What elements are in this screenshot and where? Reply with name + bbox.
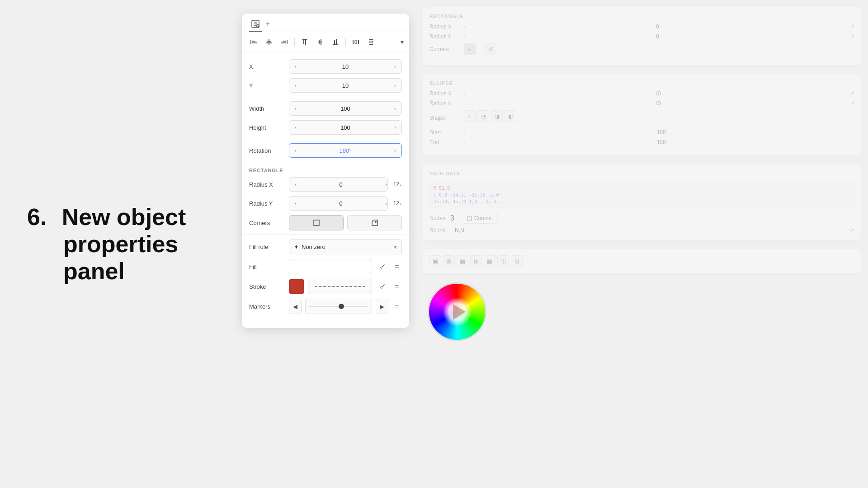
commit-button[interactable]: Commit: [462, 213, 498, 224]
width-input-group[interactable]: ‹ ›: [289, 101, 402, 116]
toolbar-chevron[interactable]: ▾: [401, 38, 404, 46]
x-input-group[interactable]: ‹ ›: [289, 59, 402, 74]
shape-pie-btn[interactable]: ◐: [505, 110, 516, 122]
y-row: Y ‹ ›: [242, 76, 409, 95]
align-center-h-button[interactable]: [263, 36, 275, 48]
markers-equal-icon[interactable]: =: [392, 301, 402, 311]
ellipse-radius-y-icon[interactable]: ⇗: [850, 100, 854, 107]
rect-radius-x-icon[interactable]: ⇗: [850, 23, 854, 30]
ellipse-radius-x-row: Radius X ‹ 10 ⇗: [429, 90, 854, 97]
svg-rect-8: [252, 42, 257, 43]
svg-rect-18: [318, 42, 322, 42]
layout-icon-1[interactable]: ▣: [429, 255, 441, 267]
rotation-decrement[interactable]: ‹: [289, 144, 302, 157]
fill-color-swatch[interactable]: [289, 259, 372, 274]
ellipse-end-decrement[interactable]: ‹: [464, 140, 465, 145]
distribute-v-button[interactable]: [365, 36, 377, 48]
y-value[interactable]: [302, 80, 389, 91]
layout-icon-5[interactable]: ▩: [484, 255, 495, 267]
radius-y-input-group[interactable]: ‹ ›: [289, 196, 388, 211]
rect-radius-y-icon[interactable]: ⇗: [850, 33, 854, 40]
width-value[interactable]: [302, 103, 389, 114]
rotation-value[interactable]: [302, 145, 389, 156]
stroke-equal-icon[interactable]: =: [392, 282, 402, 291]
fill-eyedropper-button[interactable]: [376, 260, 388, 273]
layout-icon-6[interactable]: ◫: [497, 255, 509, 267]
distribute-h-button[interactable]: [349, 36, 362, 48]
rect-corner-square-btn[interactable]: ⌐: [464, 43, 476, 55]
markers-right-button[interactable]: ▶: [376, 299, 388, 314]
x-decrement[interactable]: ‹: [289, 60, 302, 73]
rotation-input-group[interactable]: ‹ ›: [289, 143, 402, 158]
svg-rect-28: [369, 44, 373, 45]
markers-slider[interactable]: [305, 299, 372, 314]
height-decrement[interactable]: ‹: [289, 121, 302, 134]
fill-rule-select[interactable]: ✦ Non zero ▾: [289, 239, 402, 254]
shape-circle-btn[interactable]: ○: [464, 110, 476, 122]
radius-y-increment[interactable]: ›: [380, 197, 388, 210]
align-left-button[interactable]: [247, 36, 260, 48]
align-bottom-button[interactable]: [329, 36, 342, 48]
layout-icon-3[interactable]: ▦: [457, 255, 468, 267]
fill-rule-label: Fill rule: [249, 244, 285, 250]
x-value[interactable]: [302, 61, 389, 72]
corner-round-button[interactable]: [347, 215, 402, 230]
add-tab-button[interactable]: +: [265, 19, 270, 32]
radius-y-value[interactable]: [302, 198, 380, 209]
rect-corner-round-btn[interactable]: ↺: [485, 43, 496, 55]
tab-settings-icon[interactable]: [249, 19, 262, 32]
ellipse-radius-x-decrement[interactable]: ‹: [464, 91, 465, 96]
color-wheel[interactable]: [428, 282, 486, 341]
width-increment[interactable]: ›: [389, 102, 401, 115]
stroke-eyedropper-button[interactable]: [376, 280, 388, 293]
ellipse-radius-x-label: Radius X: [429, 90, 461, 97]
layout-icon-4[interactable]: ⊞: [470, 255, 482, 267]
ellipse-radius-x-icon[interactable]: ⇗: [850, 90, 854, 97]
shape-chord-btn[interactable]: ◑: [491, 110, 503, 122]
radius-y-decrement[interactable]: ‹: [289, 197, 302, 210]
radius-x-value[interactable]: [302, 179, 380, 190]
radius-x-input-group[interactable]: ‹ ›: [289, 177, 388, 192]
svg-rect-15: [302, 39, 307, 40]
fill-equal-icon[interactable]: =: [392, 262, 402, 272]
rotation-increment[interactable]: ›: [389, 144, 401, 157]
width-decrement[interactable]: ‹: [289, 102, 302, 115]
align-top-button[interactable]: [298, 36, 311, 48]
height-value[interactable]: [302, 122, 389, 133]
radius-x-decrement[interactable]: ‹: [289, 178, 302, 191]
layout-icon-7[interactable]: ⊟: [511, 255, 523, 267]
properties-body: X ‹ › Y ‹ › Width: [242, 52, 409, 321]
heading-number: 6.: [27, 204, 53, 230]
svg-rect-19: [319, 40, 320, 44]
rect-radius-y-decrement[interactable]: ‹: [464, 34, 465, 39]
stroke-color-swatch[interactable]: [289, 279, 304, 294]
corner-square-button[interactable]: [289, 215, 344, 230]
stroke-dash-control[interactable]: [308, 279, 372, 294]
align-center-v-button[interactable]: [314, 36, 326, 48]
layout-icon-2[interactable]: ▤: [443, 255, 455, 267]
markers-left-button[interactable]: ◀: [289, 299, 302, 314]
height-increment[interactable]: ›: [389, 121, 401, 134]
rect-radius-x-decrement[interactable]: ‹: [464, 24, 465, 29]
shape-arc-btn[interactable]: ◔: [477, 110, 489, 122]
y-input-group[interactable]: ‹ ›: [289, 78, 402, 93]
svg-rect-7: [252, 41, 255, 42]
rect-corners-row: Corners ⌐ ↺: [429, 43, 854, 55]
rectangle-block: RECTANGLE Radius X ‹ 0 ⇗ Radius Y ‹ 0 ⇗ …: [423, 7, 861, 65]
y-decrement[interactable]: ‹: [289, 79, 302, 92]
radius-x-increment[interactable]: ›: [380, 178, 388, 191]
rect-corners-label: Corners: [429, 46, 461, 52]
layout-icons-row: ▣ ▤ ▦ ⊞ ▩ ◫ ⊟: [429, 255, 854, 267]
height-input-group[interactable]: ‹ ›: [289, 120, 402, 135]
align-right-button[interactable]: [278, 36, 291, 48]
radius-x-suffix[interactable]: 12₊: [393, 181, 402, 188]
path-data-content[interactable]: M 51,9 c 0,0 -24,11 -25,13 -1,0 25,10, 4…: [429, 181, 854, 209]
x-increment[interactable]: ›: [389, 60, 401, 73]
radius-y-suffix[interactable]: 12₊: [393, 200, 402, 206]
y-increment[interactable]: ›: [389, 79, 401, 92]
ellipse-start-decrement[interactable]: ‹: [464, 130, 465, 135]
round-icon[interactable]: ⇗: [850, 227, 854, 234]
markers-row: Markers ◀ ▶ =: [242, 296, 409, 316]
ellipse-radius-y-decrement[interactable]: ‹: [464, 101, 465, 106]
svg-rect-9: [269, 39, 269, 45]
